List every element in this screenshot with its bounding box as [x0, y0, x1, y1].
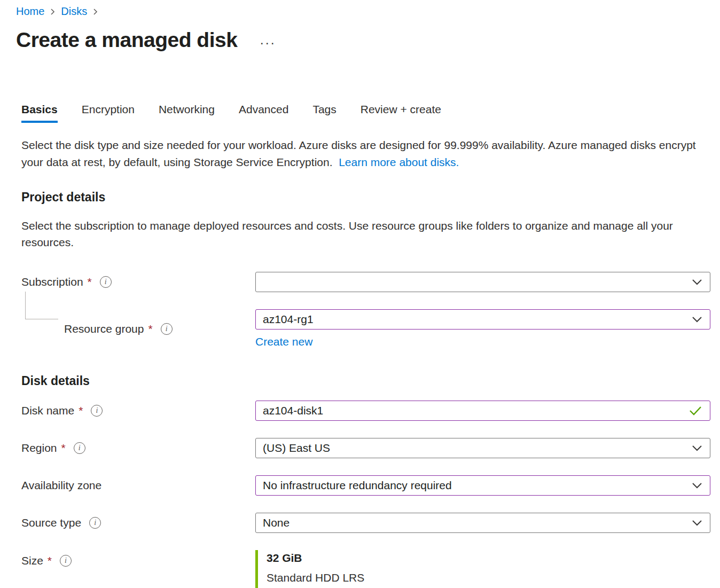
- required-asterisk: *: [61, 442, 66, 454]
- size-sku-detail: Standard HDD LRS: [267, 571, 710, 584]
- region-control: (US) East US: [255, 438, 710, 458]
- info-icon[interactable]: i: [89, 517, 101, 529]
- size-control: 32 GiB Standard HDD LRS: [255, 550, 710, 588]
- region-label: Region: [21, 442, 57, 454]
- breadcrumb-home-link[interactable]: Home: [16, 5, 44, 18]
- disk-name-control: az104-disk1: [255, 401, 710, 421]
- intro-text: Select the disk type and size needed for…: [21, 137, 710, 171]
- info-icon[interactable]: i: [100, 276, 112, 288]
- subscription-dropdown[interactable]: [255, 272, 710, 292]
- project-details-description: Select the subscription to manage deploy…: [21, 217, 710, 250]
- valid-check-icon: [689, 406, 702, 415]
- chevron-down-icon: [692, 279, 702, 285]
- source-type-label-group: Source type i: [21, 516, 255, 529]
- required-asterisk: *: [88, 276, 92, 288]
- chevron-down-icon: [692, 445, 702, 451]
- create-new-resource-group-link[interactable]: Create new: [255, 335, 312, 348]
- subscription-control: [255, 272, 710, 292]
- region-value: (US) East US: [263, 442, 330, 454]
- source-type-control: None: [255, 513, 710, 533]
- required-asterisk: *: [79, 404, 83, 417]
- more-options-button[interactable]: ···: [260, 36, 276, 49]
- resource-group-label: Resource group: [64, 323, 144, 335]
- info-glyph: i: [94, 519, 96, 527]
- breadcrumb-disks-link[interactable]: Disks: [61, 5, 87, 18]
- breadcrumb-chevron-icon: [50, 7, 56, 16]
- availability-zone-value: No infrastructure redundancy required: [263, 479, 452, 492]
- tab-advanced[interactable]: Advanced: [239, 103, 288, 123]
- disk-name-input[interactable]: az104-disk1: [255, 401, 710, 421]
- info-icon[interactable]: i: [91, 405, 103, 417]
- region-row: Region * i (US) East US: [21, 438, 710, 458]
- tab-tags[interactable]: Tags: [312, 103, 336, 123]
- size-label: Size: [21, 554, 43, 567]
- availability-zone-label-group: Availability zone: [21, 479, 255, 492]
- page-title: Create a managed disk: [16, 28, 237, 52]
- disk-name-row: Disk name * i az104-disk1: [21, 401, 710, 421]
- disk-name-label: Disk name: [21, 404, 74, 417]
- source-type-dropdown[interactable]: None: [255, 513, 710, 533]
- info-icon[interactable]: i: [74, 442, 85, 454]
- title-row: Create a managed disk ···: [16, 28, 710, 52]
- subscription-label-group: Subscription * i: [21, 276, 255, 288]
- region-dropdown[interactable]: (US) East US: [255, 438, 710, 458]
- info-glyph: i: [65, 556, 67, 565]
- chevron-down-icon: [692, 482, 702, 489]
- required-asterisk: *: [148, 323, 152, 335]
- tab-encryption[interactable]: Encryption: [82, 103, 135, 123]
- source-type-value: None: [263, 516, 289, 529]
- disk-details-form: Disk name * i az104-disk1 Region: [21, 401, 710, 588]
- size-value: 32 GiB: [267, 552, 710, 565]
- info-glyph: i: [96, 406, 98, 415]
- project-details-form: Subscription * i Resource g: [21, 272, 710, 348]
- disk-details-heading: Disk details: [21, 374, 710, 388]
- info-icon[interactable]: i: [161, 323, 173, 335]
- tab-basics[interactable]: Basics: [21, 103, 58, 123]
- info-icon[interactable]: i: [60, 555, 72, 567]
- tab-review-create[interactable]: Review + create: [361, 103, 441, 123]
- resource-group-value: az104-rg1: [263, 313, 314, 326]
- tab-networking[interactable]: Networking: [159, 103, 215, 123]
- availability-zone-label: Availability zone: [21, 479, 101, 492]
- size-label-group: Size * i: [21, 550, 255, 567]
- source-type-label: Source type: [21, 516, 81, 529]
- info-glyph: i: [166, 325, 168, 333]
- required-asterisk: *: [48, 554, 52, 567]
- learn-more-disks-link[interactable]: Learn more about disks.: [339, 156, 459, 168]
- project-details-heading: Project details: [21, 190, 710, 205]
- create-managed-disk-page: Home Disks Create a managed disk ··· Bas…: [0, 0, 720, 588]
- breadcrumb: Home Disks: [16, 5, 710, 18]
- parent-child-connector-line: [25, 292, 58, 319]
- wizard-tabs: Basics Encryption Networking Advanced Ta…: [21, 103, 710, 123]
- resource-group-label-group: Resource group * i: [21, 323, 255, 335]
- info-glyph: i: [79, 444, 81, 452]
- chevron-down-icon: [692, 316, 702, 323]
- availability-zone-control: No infrastructure redundancy required: [255, 475, 710, 496]
- resource-group-dropdown[interactable]: az104-rg1: [255, 309, 710, 330]
- size-row: Size * i 32 GiB Standard HDD LRS: [21, 550, 710, 588]
- availability-zone-dropdown[interactable]: No infrastructure redundancy required: [255, 475, 710, 496]
- size-summary-block: 32 GiB Standard HDD LRS: [255, 550, 710, 588]
- disk-name-label-group: Disk name * i: [21, 404, 255, 417]
- resource-group-control: az104-rg1 Create new: [255, 309, 710, 348]
- chevron-down-icon: [692, 520, 702, 526]
- info-glyph: i: [105, 278, 107, 286]
- breadcrumb-chevron-icon: [92, 7, 98, 16]
- region-label-group: Region * i: [21, 442, 255, 454]
- disk-name-value: az104-disk1: [263, 404, 323, 417]
- availability-zone-row: Availability zone No infrastructure redu…: [21, 475, 710, 496]
- subscription-row: Subscription * i: [21, 272, 710, 292]
- resource-group-row: Resource group * i az104-rg1 Create new: [21, 309, 710, 348]
- subscription-label: Subscription: [21, 276, 83, 288]
- source-type-row: Source type i None: [21, 513, 710, 533]
